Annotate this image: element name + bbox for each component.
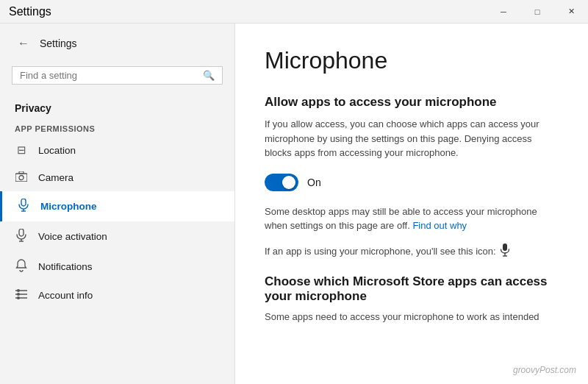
maximize-button[interactable]: □ (520, 0, 554, 24)
sidebar-app-title: Settings (40, 38, 77, 49)
sidebar-item-label-camera: Camera (38, 172, 74, 183)
toggle-knob (282, 176, 295, 189)
sidebar-item-camera[interactable]: Camera (0, 164, 234, 191)
account-info-icon (15, 289, 28, 302)
sidebar-item-notifications[interactable]: Notifications (0, 252, 234, 282)
svg-rect-0 (15, 174, 27, 182)
sidebar-item-label-notifications: Notifications (38, 261, 93, 272)
desktop-note-text: Some desktop apps may still be able to a… (265, 206, 537, 232)
location-icon: ⊟ (15, 143, 28, 157)
voice-activation-icon (15, 229, 28, 244)
icon-note-text: If an app is using your microphone, you'… (265, 246, 496, 257)
find-out-why-link[interactable]: Find out why (412, 220, 467, 231)
sidebar-item-label-location: Location (38, 145, 76, 156)
toggle-state-label: On (307, 177, 321, 188)
svg-point-12 (17, 289, 20, 292)
sidebar-item-label-account-info: Account info (38, 290, 93, 301)
allow-section-description: If you allow access, you can choose whic… (265, 117, 559, 160)
sidebar-item-microphone[interactable]: Microphone (0, 191, 234, 221)
notifications-icon (15, 259, 28, 274)
camera-icon (15, 171, 28, 184)
privacy-section-label: Privacy (0, 96, 234, 117)
title-bar-left: Settings (9, 5, 51, 18)
minimize-button[interactable]: ─ (487, 0, 520, 24)
sidebar: ← Settings 🔍 Privacy App permissions ⊟ L… (0, 24, 235, 384)
title-bar: Settings ─ □ ✕ (0, 0, 588, 24)
toggle-row: On (265, 174, 559, 191)
sidebar-item-location[interactable]: ⊟ Location (0, 136, 234, 164)
page-title: Microphone (265, 47, 559, 74)
app-body: ← Settings 🔍 Privacy App permissions ⊟ L… (0, 24, 588, 384)
search-box[interactable]: 🔍 (12, 66, 223, 85)
back-button[interactable]: ← (15, 34, 32, 53)
content-area: Microphone Allow apps to access your mic… (235, 24, 588, 384)
sidebar-item-label-microphone: Microphone (40, 201, 97, 212)
sidebar-item-account-info[interactable]: Account info (0, 282, 234, 309)
title-bar-controls: ─ □ ✕ (487, 0, 588, 24)
allow-section-heading: Allow apps to access your microphone (265, 95, 559, 110)
icon-note: If an app is using your microphone, you'… (265, 243, 559, 260)
app-permissions-label: App permissions (0, 117, 234, 136)
desktop-note: Some desktop apps may still be able to a… (265, 205, 559, 233)
choose-section-heading: Choose which Microsoft Store apps can ac… (265, 274, 559, 304)
search-input[interactable] (20, 70, 197, 81)
sidebar-item-label-voice-activation: Voice activation (38, 231, 107, 242)
sidebar-item-voice-activation[interactable]: Voice activation (0, 221, 234, 252)
close-button[interactable]: ✕ (554, 0, 588, 24)
search-icon: 🔍 (203, 70, 215, 81)
microphone-toggle[interactable] (265, 174, 298, 191)
svg-point-13 (17, 293, 20, 296)
svg-rect-15 (503, 243, 507, 251)
choose-section-description: Some apps need to access your microphone… (265, 310, 559, 324)
svg-rect-3 (21, 199, 26, 206)
watermark: groovyPost.com (513, 365, 576, 375)
svg-point-1 (19, 176, 24, 180)
svg-rect-6 (19, 229, 24, 236)
inline-mic-icon (501, 243, 509, 260)
microphone-icon (17, 199, 30, 214)
svg-point-14 (17, 296, 20, 299)
sidebar-header: ← Settings (0, 24, 234, 63)
title-bar-title: Settings (9, 5, 51, 18)
svg-rect-2 (19, 171, 24, 174)
